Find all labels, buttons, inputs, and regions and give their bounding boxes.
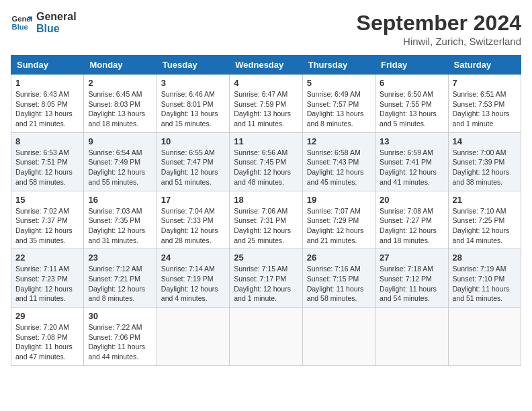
day-info: Sunrise: 7:18 AMSunset: 7:12 PMDaylight:… — [380, 264, 443, 304]
day-info: Sunrise: 7:08 AMSunset: 7:27 PMDaylight:… — [380, 206, 443, 246]
logo: General Blue General Blue — [11, 11, 77, 34]
day-cell: 18 Sunrise: 7:06 AMSunset: 7:31 PMDaylig… — [230, 191, 302, 249]
day-cell: 19 Sunrise: 7:07 AMSunset: 7:29 PMDaylig… — [302, 191, 375, 249]
day-cell: 2 Sunrise: 6:45 AMSunset: 8:03 PMDayligh… — [84, 75, 157, 133]
day-cell — [230, 308, 302, 366]
day-number: 28 — [453, 253, 517, 263]
header: General Blue General Blue September 2024… — [11, 11, 521, 47]
logo-general: General — [36, 11, 77, 23]
day-number: 15 — [15, 195, 79, 205]
day-info: Sunrise: 7:02 AMSunset: 7:37 PMDaylight:… — [15, 206, 79, 246]
day-info: Sunrise: 6:59 AMSunset: 7:41 PMDaylight:… — [380, 148, 443, 187]
day-info: Sunrise: 7:20 AMSunset: 7:08 PMDaylight:… — [15, 322, 79, 362]
day-cell: 9 Sunrise: 6:54 AMSunset: 7:49 PMDayligh… — [84, 132, 157, 191]
day-number: 8 — [15, 136, 79, 146]
day-info: Sunrise: 7:03 AMSunset: 7:35 PMDaylight:… — [88, 206, 152, 246]
day-cell: 15 Sunrise: 7:02 AMSunset: 7:37 PMDaylig… — [11, 191, 84, 249]
day-info: Sunrise: 7:15 AMSunset: 7:17 PMDaylight:… — [234, 264, 298, 304]
col-header-monday: Monday — [84, 56, 157, 75]
day-info: Sunrise: 7:07 AMSunset: 7:29 PMDaylight:… — [307, 206, 371, 246]
day-cell: 1 Sunrise: 6:43 AMSunset: 8:05 PMDayligh… — [11, 75, 84, 133]
day-number: 10 — [161, 136, 225, 146]
day-number: 27 — [380, 253, 443, 263]
day-number: 25 — [234, 253, 298, 263]
day-cell: 22 Sunrise: 7:11 AMSunset: 7:23 PMDaylig… — [11, 249, 84, 308]
col-header-tuesday: Tuesday — [157, 56, 229, 75]
day-cell: 16 Sunrise: 7:03 AMSunset: 7:35 PMDaylig… — [84, 191, 157, 249]
day-number: 13 — [380, 136, 443, 146]
week-row-3: 15 Sunrise: 7:02 AMSunset: 7:37 PMDaylig… — [11, 191, 521, 249]
header-row: SundayMondayTuesdayWednesdayThursdayFrid… — [11, 56, 521, 75]
day-cell: 23 Sunrise: 7:12 AMSunset: 7:21 PMDaylig… — [84, 249, 157, 308]
day-cell: 5 Sunrise: 6:49 AMSunset: 7:57 PMDayligh… — [302, 75, 375, 133]
day-info: Sunrise: 6:58 AMSunset: 7:43 PMDaylight:… — [307, 148, 371, 187]
location-title: Hinwil, Zurich, Switzerland — [357, 36, 521, 47]
day-cell: 3 Sunrise: 6:46 AMSunset: 8:01 PMDayligh… — [157, 75, 229, 133]
day-number: 6 — [380, 78, 443, 88]
day-number: 20 — [380, 195, 443, 205]
day-number: 21 — [453, 195, 517, 205]
day-number: 26 — [307, 253, 371, 263]
col-header-wednesday: Wednesday — [230, 56, 302, 75]
day-cell: 7 Sunrise: 6:51 AMSunset: 7:53 PMDayligh… — [448, 75, 521, 133]
day-cell: 10 Sunrise: 6:55 AMSunset: 7:47 PMDaylig… — [157, 132, 229, 191]
day-number: 11 — [234, 136, 298, 146]
day-number: 30 — [88, 311, 152, 321]
day-number: 3 — [161, 78, 225, 88]
day-cell — [302, 308, 375, 366]
day-number: 24 — [161, 253, 225, 263]
day-number: 17 — [161, 195, 225, 205]
day-info: Sunrise: 6:50 AMSunset: 7:55 PMDaylight:… — [380, 89, 443, 129]
day-cell: 20 Sunrise: 7:08 AMSunset: 7:27 PMDaylig… — [375, 191, 448, 249]
day-cell: 13 Sunrise: 6:59 AMSunset: 7:41 PMDaylig… — [375, 132, 448, 191]
col-header-friday: Friday — [375, 56, 448, 75]
day-info: Sunrise: 7:06 AMSunset: 7:31 PMDaylight:… — [234, 206, 298, 246]
col-header-thursday: Thursday — [302, 56, 375, 75]
svg-text:General: General — [12, 15, 32, 23]
day-number: 9 — [88, 136, 152, 146]
col-header-saturday: Saturday — [448, 56, 521, 75]
day-number: 12 — [307, 136, 371, 146]
day-number: 23 — [88, 253, 152, 263]
logo-icon: General Blue — [11, 12, 32, 34]
day-info: Sunrise: 7:00 AMSunset: 7:39 PMDaylight:… — [453, 148, 517, 187]
day-info: Sunrise: 6:43 AMSunset: 8:05 PMDaylight:… — [15, 89, 79, 129]
day-cell: 27 Sunrise: 7:18 AMSunset: 7:12 PMDaylig… — [375, 249, 448, 308]
day-cell: 4 Sunrise: 6:47 AMSunset: 7:59 PMDayligh… — [230, 75, 302, 133]
day-number: 5 — [307, 78, 371, 88]
day-cell: 17 Sunrise: 7:04 AMSunset: 7:33 PMDaylig… — [157, 191, 229, 249]
week-row-4: 22 Sunrise: 7:11 AMSunset: 7:23 PMDaylig… — [11, 249, 521, 308]
week-row-1: 1 Sunrise: 6:43 AMSunset: 8:05 PMDayligh… — [11, 75, 521, 133]
day-number: 4 — [234, 78, 298, 88]
day-cell: 8 Sunrise: 6:53 AMSunset: 7:51 PMDayligh… — [11, 132, 84, 191]
day-number: 29 — [15, 311, 79, 321]
day-number: 2 — [88, 78, 152, 88]
day-info: Sunrise: 7:16 AMSunset: 7:15 PMDaylight:… — [307, 264, 371, 304]
day-cell: 28 Sunrise: 7:19 AMSunset: 7:10 PMDaylig… — [448, 249, 521, 308]
day-cell: 14 Sunrise: 7:00 AMSunset: 7:39 PMDaylig… — [448, 132, 521, 191]
day-cell: 25 Sunrise: 7:15 AMSunset: 7:17 PMDaylig… — [230, 249, 302, 308]
day-info: Sunrise: 7:19 AMSunset: 7:10 PMDaylight:… — [453, 264, 517, 304]
day-info: Sunrise: 6:47 AMSunset: 7:59 PMDaylight:… — [234, 89, 298, 129]
calendar-table: SundayMondayTuesdayWednesdayThursdayFrid… — [11, 55, 521, 366]
day-info: Sunrise: 6:46 AMSunset: 8:01 PMDaylight:… — [161, 89, 225, 129]
day-info: Sunrise: 6:55 AMSunset: 7:47 PMDaylight:… — [161, 148, 225, 187]
month-title: September 2024 — [357, 11, 521, 36]
day-number: 7 — [453, 78, 517, 88]
day-number: 22 — [15, 253, 79, 263]
day-info: Sunrise: 6:51 AMSunset: 7:53 PMDaylight:… — [453, 89, 517, 129]
day-info: Sunrise: 6:45 AMSunset: 8:03 PMDaylight:… — [88, 89, 152, 129]
svg-text:Blue: Blue — [12, 22, 28, 30]
week-row-5: 29 Sunrise: 7:20 AMSunset: 7:08 PMDaylig… — [11, 308, 521, 366]
day-cell — [448, 308, 521, 366]
col-header-sunday: Sunday — [11, 56, 84, 75]
day-cell — [375, 308, 448, 366]
day-info: Sunrise: 6:56 AMSunset: 7:45 PMDaylight:… — [234, 148, 298, 187]
day-number: 14 — [453, 136, 517, 146]
day-cell: 12 Sunrise: 6:58 AMSunset: 7:43 PMDaylig… — [302, 132, 375, 191]
day-number: 16 — [88, 195, 152, 205]
day-info: Sunrise: 7:12 AMSunset: 7:21 PMDaylight:… — [88, 264, 152, 304]
day-info: Sunrise: 7:22 AMSunset: 7:06 PMDaylight:… — [88, 322, 152, 362]
day-cell: 29 Sunrise: 7:20 AMSunset: 7:08 PMDaylig… — [11, 308, 84, 366]
day-info: Sunrise: 7:11 AMSunset: 7:23 PMDaylight:… — [15, 264, 79, 304]
